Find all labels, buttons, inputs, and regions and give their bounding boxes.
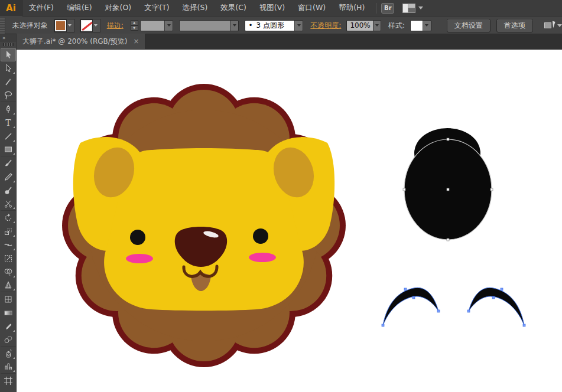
mesh-tool[interactable]	[1, 292, 16, 306]
menu-item-4[interactable]: 选择(S)	[176, 0, 215, 17]
opacity-combo[interactable]: 100%	[346, 20, 381, 31]
crescent-right[interactable]	[469, 288, 524, 325]
stepper-down[interactable]: ▼	[131, 25, 138, 31]
crescent-left[interactable]	[383, 288, 438, 325]
anchor-point[interactable]	[403, 188, 405, 191]
anchor-point[interactable]	[382, 324, 384, 326]
stroke-weight-combo[interactable]	[140, 20, 174, 31]
rectangle-icon	[4, 145, 13, 154]
lasso-icon	[4, 90, 13, 100]
fill-dropdown-caret[interactable]	[66, 20, 74, 31]
black-oval-shape[interactable]	[403, 128, 493, 241]
stroke-weight-dropdown[interactable]	[164, 21, 173, 31]
anchor-point[interactable]	[412, 296, 415, 299]
variable-width-profile-combo[interactable]	[179, 20, 239, 31]
paintbrush-tool[interactable]	[1, 156, 16, 170]
preferences-button[interactable]: 首选项	[496, 19, 533, 32]
perspective-grid-icon	[4, 280, 13, 290]
opacity-dropdown[interactable]	[373, 21, 381, 31]
gradient-icon	[4, 308, 13, 318]
selection-options-caret[interactable]	[557, 24, 562, 27]
lion-eye-right[interactable]	[253, 228, 268, 244]
pen-tool[interactable]	[1, 102, 16, 116]
rectangle-tool[interactable]	[1, 143, 16, 156]
lion-artwork[interactable]	[62, 84, 346, 367]
app-logo[interactable]: Ai	[0, 0, 22, 17]
lion-cheek-right[interactable]	[249, 253, 276, 262]
stroke-panel-link[interactable]: 描边:	[107, 21, 124, 31]
anchor-point[interactable]	[467, 310, 470, 312]
workspace-dropdown-caret[interactable]	[418, 6, 423, 9]
lasso-tool[interactable]	[1, 89, 16, 102]
magic-wand-tool[interactable]	[1, 75, 16, 89]
scale-tool[interactable]	[1, 224, 16, 238]
brush-definition-combo[interactable]: • 3 点圆形	[245, 20, 303, 31]
stroke-dropdown-caret[interactable]	[92, 20, 100, 31]
stepper-up[interactable]: ▲	[131, 20, 138, 25]
blob-brush-tool[interactable]	[1, 184, 16, 197]
brush-dropdown[interactable]	[294, 21, 303, 31]
style-dropdown[interactable]	[423, 21, 431, 31]
menu-item-1[interactable]: 编辑(E)	[60, 0, 99, 17]
fill-color-swatch[interactable]	[55, 20, 66, 31]
anchor-point[interactable]	[492, 296, 495, 299]
symbol-sprayer-tool[interactable]	[1, 347, 16, 360]
line-segment-tool[interactable]	[1, 129, 16, 143]
stroke-color-control[interactable]	[80, 19, 101, 32]
menu-item-2[interactable]: 对象(O)	[99, 0, 138, 17]
menu-item-0[interactable]: 文件(F)	[22, 0, 60, 17]
selection-tool[interactable]	[1, 48, 16, 61]
tab-close-icon[interactable]: ×	[134, 38, 139, 45]
symbol-sprayer-icon	[4, 349, 13, 358]
bridge-button[interactable]: Br	[381, 3, 394, 14]
stroke-color-swatch-none[interactable]	[81, 20, 92, 31]
anchor-point[interactable]	[490, 188, 493, 191]
anchor-point[interactable]	[447, 188, 449, 191]
anchor-point[interactable]	[501, 288, 503, 290]
tools-panel-grip[interactable]	[3, 43, 14, 46]
document-tab[interactable]: 大狮子.ai* @ 200% (RGB/预览) ×	[17, 34, 146, 49]
anchor-point[interactable]	[404, 288, 407, 290]
options-bar-grip[interactable]	[0, 17, 5, 34]
eyedropper-tool[interactable]	[1, 319, 16, 333]
artwork-svg	[17, 50, 562, 392]
anchor-point[interactable]	[447, 239, 449, 241]
pencil-tool[interactable]	[1, 170, 16, 184]
document-setup-button[interactable]: 文档设置	[447, 19, 490, 32]
anchor-point[interactable]	[447, 138, 449, 141]
stroke-weight-stepper[interactable]: ▲ ▼	[131, 20, 138, 31]
gradient-tool[interactable]	[1, 306, 16, 319]
lion-eye-left[interactable]	[130, 230, 145, 245]
scissors-tool[interactable]	[1, 197, 16, 211]
free-transform-icon	[4, 254, 13, 263]
perspective-grid-tool[interactable]	[1, 279, 16, 292]
menu-item-3[interactable]: 文字(T)	[138, 0, 176, 17]
menu-item-7[interactable]: 窗口(W)	[291, 0, 332, 17]
type-tool[interactable]: T	[1, 116, 16, 129]
direct-selection-tool[interactable]	[1, 61, 16, 75]
column-graph-tool[interactable]	[1, 360, 16, 374]
lion-cheek-left[interactable]	[126, 254, 153, 263]
width-tool[interactable]	[1, 238, 16, 251]
artboard-tool[interactable]	[1, 374, 16, 387]
tools-collapse-chevron-icon[interactable]: »	[0, 34, 16, 42]
free-transform-tool[interactable]	[1, 251, 16, 265]
style-combo[interactable]	[410, 20, 431, 31]
blend-tool[interactable]	[1, 333, 16, 347]
menu-item-8[interactable]: 帮助(H)	[332, 0, 371, 17]
fill-color-control[interactable]	[54, 19, 75, 32]
blob-brush-icon	[4, 186, 13, 195]
profile-dropdown[interactable]	[230, 21, 238, 31]
crescent-shapes[interactable]	[382, 288, 525, 326]
opacity-panel-link[interactable]: 不透明度:	[310, 21, 341, 31]
menu-item-5[interactable]: 效果(C)	[214, 0, 252, 17]
anchor-point[interactable]	[437, 310, 440, 312]
artboard-canvas[interactable]	[17, 50, 562, 392]
menu-items: 文件(F)编辑(E)对象(O)文字(T)选择(S)效果(C)视图(V)窗口(W)…	[22, 0, 371, 17]
anchor-point[interactable]	[523, 324, 525, 326]
selection-options-icon[interactable]	[544, 21, 554, 30]
workspace-switcher-icon[interactable]	[402, 4, 415, 13]
rotate-tool[interactable]	[1, 211, 16, 224]
shape-builder-tool[interactable]	[1, 265, 16, 279]
menu-item-6[interactable]: 视图(V)	[253, 0, 291, 17]
